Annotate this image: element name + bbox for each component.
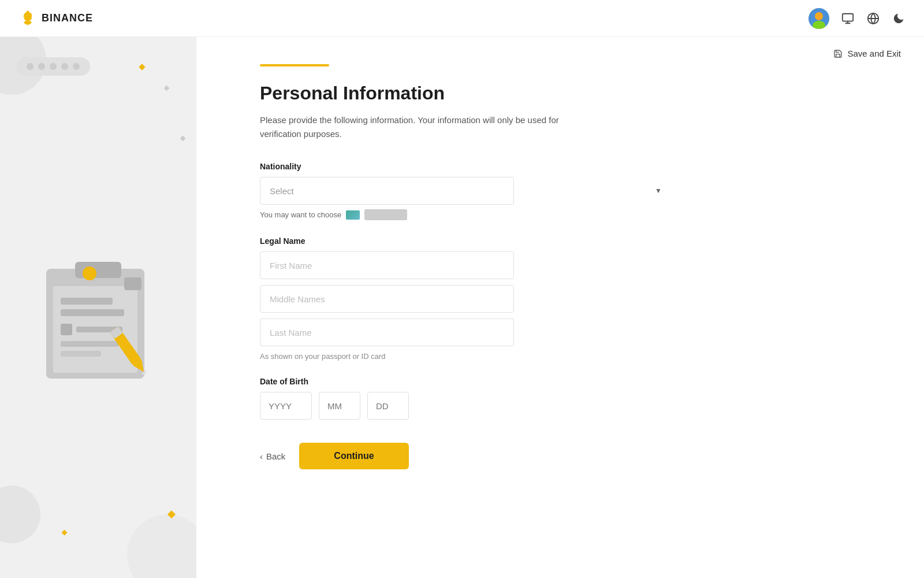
header: BINANCE [0, 0, 924, 37]
page-title: Personal Information [260, 83, 670, 104]
middle-name-input[interactable] [260, 285, 514, 313]
page-description: Please provide the following information… [260, 113, 560, 141]
action-row: ‹ Back Continue [260, 443, 670, 469]
header-right [808, 8, 906, 29]
form-container: Personal Information Please provide the … [196, 58, 716, 504]
left-panel [0, 37, 196, 578]
dob-day-input[interactable] [367, 392, 409, 420]
svg-rect-28 [124, 277, 141, 290]
nationality-select-wrapper: Select ▼ [260, 177, 670, 205]
user-avatar[interactable] [808, 8, 829, 29]
save-exit-bar: Save and Exit [196, 37, 924, 58]
globe-icon[interactable] [866, 12, 880, 25]
dot-2 [38, 63, 45, 70]
back-button[interactable]: ‹ Back [260, 444, 285, 468]
deco-diamond-2 [164, 86, 170, 91]
back-arrow-icon: ‹ [260, 451, 263, 461]
binance-logo-icon [18, 9, 37, 28]
progress-bar [260, 64, 329, 66]
svg-rect-18 [61, 309, 124, 316]
dot-4 [61, 63, 68, 70]
continue-button[interactable]: Continue [299, 443, 408, 469]
deco-diamond-5 [180, 136, 186, 142]
deco-circle-right [127, 514, 196, 578]
main-layout: Save and Exit Personal Information Pleas… [0, 37, 924, 578]
dot-5 [73, 63, 80, 70]
dob-month-input[interactable] [319, 392, 360, 420]
svg-rect-19 [61, 324, 72, 335]
svg-rect-17 [61, 298, 113, 305]
last-name-input[interactable] [260, 318, 514, 346]
nationality-suggestion: You may want to choose Suggested [260, 209, 670, 220]
svg-rect-15 [75, 262, 121, 278]
save-exit-button[interactable]: Save and Exit [833, 49, 901, 58]
flag-icon [346, 210, 360, 220]
svg-point-23 [83, 266, 96, 280]
dot-3 [50, 63, 57, 70]
logo-text: BINANCE [42, 12, 93, 24]
dob-year-input[interactable] [260, 392, 312, 420]
nationality-select[interactable]: Select [260, 177, 514, 205]
dob-label: Date of Birth [260, 377, 670, 386]
dot-1 [27, 63, 33, 70]
svg-rect-21 [61, 341, 118, 347]
select-arrow-icon: ▼ [655, 187, 662, 195]
nationality-label: Nationality [260, 162, 670, 171]
svg-rect-9 [843, 13, 853, 21]
device-icon[interactable] [841, 12, 855, 25]
first-name-input[interactable] [260, 251, 514, 279]
svg-rect-22 [61, 351, 101, 357]
suggested-country: Suggested [364, 209, 407, 220]
svg-point-7 [815, 12, 823, 20]
legal-name-label: Legal Name [260, 236, 670, 246]
logo[interactable]: BINANCE [18, 9, 93, 28]
deco-diamond-1 [139, 64, 145, 70]
dots-indicator [16, 57, 90, 76]
save-icon [833, 49, 843, 58]
dob-row [260, 392, 670, 420]
deco-circle-bottom [0, 486, 40, 543]
dark-mode-icon[interactable] [892, 12, 906, 25]
legal-name-hint: As shown on your passport or ID card [260, 352, 670, 361]
deco-diamond-4 [62, 530, 68, 536]
right-panel: Save and Exit Personal Information Pleas… [196, 37, 924, 578]
